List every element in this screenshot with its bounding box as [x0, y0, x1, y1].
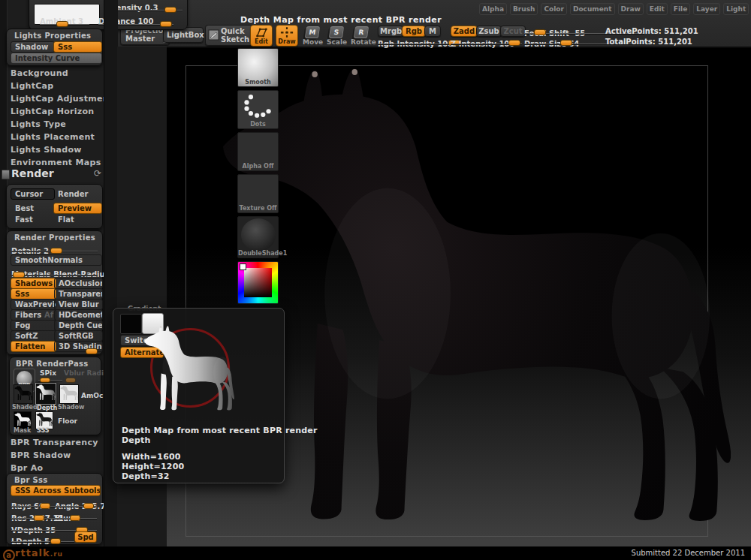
stroke-dots-tile[interactable]: Dots	[237, 90, 279, 129]
menu-file[interactable]: File	[671, 3, 690, 15]
smoothnormals-button[interactable]: SmoothNormals	[11, 254, 102, 266]
flat-button[interactable]: Flat	[53, 214, 102, 225]
pass-shaded-thumb[interactable]	[14, 384, 33, 404]
section-lights-type[interactable]: Lights Type	[11, 119, 66, 129]
watermark-text: rttalk	[15, 547, 50, 558]
vblur-handle[interactable]	[65, 378, 76, 383]
rotate-button[interactable]: R Rotate	[351, 25, 372, 46]
main-color-swatch[interactable]	[120, 314, 142, 334]
vdepth-slider[interactable]: VDepth 35	[11, 522, 97, 531]
render-properties-panel: Render Properties Details 2 SmoothNormal…	[6, 230, 103, 355]
render-palette-icon	[2, 170, 10, 179]
pass-floor-label[interactable]: Floor	[58, 417, 77, 425]
menu-brush[interactable]: Brush	[510, 3, 538, 15]
res-slider[interactable]: Res 2387.11	[11, 510, 52, 519]
toggle-softz[interactable]: SoftZ	[11, 330, 56, 342]
spix-handle[interactable]	[40, 378, 50, 383]
toggle-sss[interactable]: Sss	[11, 288, 56, 300]
pass-amoc-label[interactable]: AmOc	[81, 392, 103, 399]
rays-slider[interactable]: Rays 661	[11, 498, 52, 507]
details-handle[interactable]	[50, 248, 62, 254]
toggle-shadows[interactable]: Shadows	[11, 278, 56, 289]
focal-shift-handle[interactable]	[534, 29, 546, 35]
preview-button[interactable]: Preview	[53, 203, 102, 214]
z-intensity-handle[interactable]	[508, 40, 520, 46]
materials-blend-handle[interactable]	[13, 272, 25, 278]
section-bpr-ao[interactable]: Bpr Ao	[11, 463, 43, 473]
blur-slider[interactable]: Blur 8	[55, 510, 97, 519]
section-bpr-shadow[interactable]: BPR Shadow	[11, 450, 71, 460]
depth-map-preview-dog	[143, 326, 234, 411]
toggle-waxpreview[interactable]: WaxPreview	[11, 299, 56, 310]
smooth-brush-tile[interactable]: Smooth	[237, 48, 279, 87]
color-picker[interactable]	[237, 261, 279, 304]
toggle-transparent[interactable]: Transparent	[54, 288, 103, 300]
toggle-depthcue[interactable]: Depth Cue	[54, 320, 103, 331]
section-lights-placement[interactable]: Lights Placement	[11, 132, 95, 142]
angle-handle[interactable]	[83, 503, 94, 509]
menu-alpha[interactable]: Alpha	[479, 3, 507, 15]
toggle-hdgeometry[interactable]: HDGeometry	[54, 309, 103, 321]
render-palette-title[interactable]: Render	[11, 167, 54, 179]
pass-shadow-thumb[interactable]	[59, 384, 79, 404]
light-intensity-handle[interactable]	[164, 7, 176, 13]
move-button[interactable]: M Move	[303, 25, 322, 46]
menu-color[interactable]: Color	[541, 3, 567, 15]
menu-edit[interactable]: Edit	[647, 3, 668, 15]
section-lights-shadow[interactable]: Lights Shadow	[11, 145, 82, 155]
shadow-button[interactable]: Shadow	[11, 41, 55, 53]
details-slider[interactable]: Details 2	[11, 242, 98, 251]
texture-off-tile[interactable]: Texture Off	[237, 174, 279, 213]
ldepth-slider[interactable]: LDepth 5	[11, 533, 71, 542]
material-tile[interactable]: DoubleShade1	[237, 216, 279, 258]
fibers-suffix: Af	[44, 311, 53, 319]
dog-model[interactable]	[213, 68, 731, 527]
section-bpr-transparency[interactable]: BPR Transparency	[11, 438, 98, 447]
rgb-intensity-slider[interactable]: Rgb Intensity 100	[378, 35, 450, 45]
ambient-slider[interactable]: Ambient 3	[40, 13, 89, 25]
intensity-curve-button[interactable]: Intensity Curve	[11, 53, 102, 64]
best-button[interactable]: Best	[11, 203, 55, 214]
z-intensity-slider[interactable]: Z Intensity 100	[451, 35, 522, 45]
sss-across-subtools-button[interactable]: SSS Across Subtools	[11, 485, 101, 496]
rays-handle[interactable]	[40, 503, 50, 509]
scale-button[interactable]: S Scale	[327, 25, 346, 46]
menu-document[interactable]: Document	[570, 3, 615, 15]
scale-icon: S	[329, 26, 344, 38]
toggle-softrgb[interactable]: SoftRGB	[54, 330, 103, 342]
menu-light[interactable]: Light	[723, 3, 749, 15]
section-lightcap[interactable]: LightCap	[11, 81, 54, 91]
menu-draw[interactable]: Draw	[618, 3, 644, 15]
section-background[interactable]: Background	[11, 68, 68, 78]
cursor-button[interactable]: Cursor	[11, 188, 55, 200]
section-lightcap-adjustment[interactable]: LightCap Adjustment	[11, 94, 113, 104]
angle-slider[interactable]: Angle 215.77	[55, 498, 97, 507]
sss-button[interactable]: Sss	[53, 41, 102, 53]
edit-button[interactable]: Edit	[250, 25, 273, 47]
section-environment-maps[interactable]: Environment Maps	[11, 158, 101, 167]
toggle-aocclusion[interactable]: AOcclusion	[54, 278, 103, 289]
draw-button[interactable]: Draw	[276, 25, 298, 47]
ldepth-handle[interactable]	[50, 538, 61, 544]
pass-depth-thumb[interactable]	[35, 383, 56, 405]
shading-handle[interactable]	[86, 348, 98, 354]
toggle-flatten[interactable]: Flatten	[11, 341, 56, 352]
res-handle[interactable]	[34, 515, 44, 521]
ambient-handle[interactable]	[56, 21, 68, 27]
sv-square[interactable]	[244, 268, 272, 297]
distance-handle[interactable]	[160, 21, 172, 27]
section-lightcap-horizon[interactable]: LightCap Horizon	[11, 107, 95, 116]
blur-handle[interactable]	[70, 515, 80, 521]
toggle-fog[interactable]: Fog	[11, 320, 56, 331]
spix-label: SPix	[40, 369, 56, 377]
refresh-icon[interactable]: ⟳	[94, 168, 101, 179]
draw-size-handle[interactable]	[560, 40, 572, 46]
spd-button[interactable]: Spd	[74, 531, 97, 543]
toggle-fibers[interactable]: Fibers Af	[11, 309, 56, 321]
fast-button[interactable]: Fast	[11, 214, 55, 225]
render-button[interactable]: Render	[53, 188, 102, 200]
materials-blend-slider[interactable]: Materials Blend-Radius 0	[11, 266, 98, 275]
menu-layer[interactable]: Layer	[693, 3, 720, 15]
alpha-off-tile[interactable]: Alpha Off	[237, 132, 279, 171]
toggle-viewblur[interactable]: View Blur	[54, 299, 103, 310]
